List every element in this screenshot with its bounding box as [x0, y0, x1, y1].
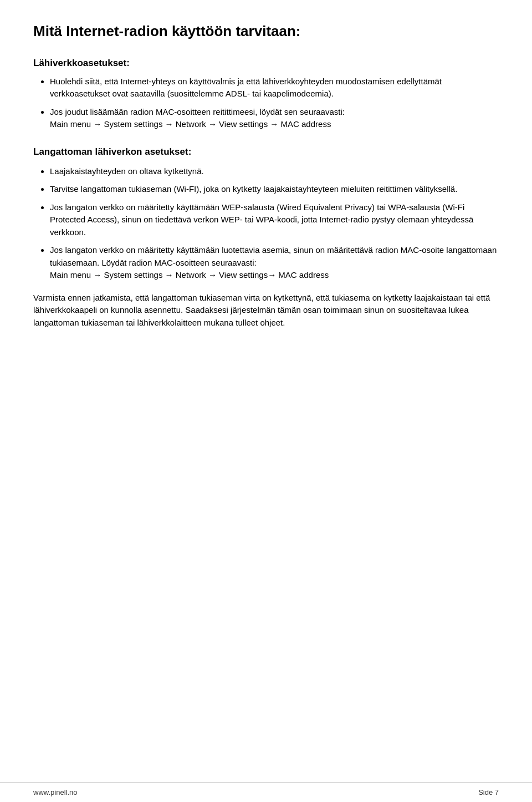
closing-section: Varmista ennen jatkamista, että langatto… — [33, 292, 499, 329]
list-item-bullet6: Jos langaton verkko on määritetty käyttä… — [50, 244, 499, 282]
list-item-bullet4: Tarvitse langattoman tukiaseman (Wi-FI),… — [50, 183, 499, 196]
bullet4-text: Tarvitse langattoman tukiaseman (Wi-FI),… — [50, 184, 457, 194]
section-wlan: Langattoman lähiverkon asetukset: Laajak… — [33, 146, 499, 282]
list-item-bullet2: Jos joudut lisäämään radion MAC-osoittee… — [50, 106, 499, 131]
bullet6-intro: Jos langaton verkko on määritetty käyttä… — [50, 245, 497, 267]
section-wlan-list: Laajakaistayhteyden on oltava kytkettynä… — [50, 165, 499, 282]
list-item-bullet3: Laajakaistayhteyden on oltava kytkettynä… — [50, 165, 499, 178]
list-item-bullet5: Jos langaton verkko on määritetty käyttä… — [50, 201, 499, 239]
footer-website: www.pinell.no — [33, 788, 78, 796]
page-title: Mitä Internet-radion käyttöön tarvitaan: — [33, 22, 499, 41]
bullet3-text: Laajakaistayhteyden on oltava kytkettynä… — [50, 166, 204, 176]
page-footer: www.pinell.no Side 7 — [0, 782, 532, 802]
bullet2-path: Main menu → System settings → Network → … — [50, 119, 331, 129]
section-lan-heading: Lähiverkkoasetukset: — [33, 57, 499, 70]
bullet1-text: Huolehdi siitä, että Internet-yhteys on … — [50, 77, 442, 99]
list-item-bullet1: Huolehdi siitä, että Internet-yhteys on … — [50, 75, 499, 100]
section-lan-list: Huolehdi siitä, että Internet-yhteys on … — [50, 75, 499, 131]
footer-page-number: Side 7 — [478, 788, 499, 796]
section-lan: Lähiverkkoasetukset: Huolehdi siitä, ett… — [33, 57, 499, 131]
bullet2-intro: Jos joudut lisäämään radion MAC-osoittee… — [50, 107, 345, 116]
bullet5-text: Jos langaton verkko on määritetty käyttä… — [50, 202, 473, 237]
section-wlan-heading: Langattoman lähiverkon asetukset: — [33, 146, 499, 158]
bullet6-path: Main menu → System settings → Network → … — [50, 270, 329, 280]
closing-paragraph: Varmista ennen jatkamista, että langatto… — [33, 292, 499, 329]
